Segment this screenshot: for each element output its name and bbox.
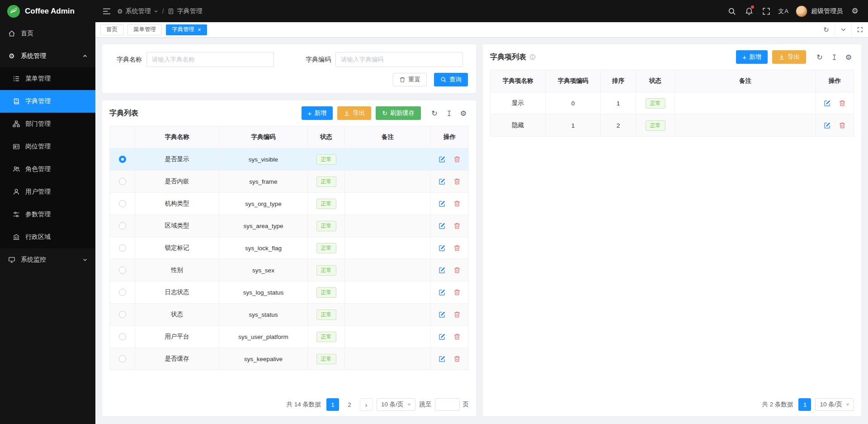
row-radio[interactable] bbox=[119, 244, 126, 252]
next-page-button[interactable]: › bbox=[360, 398, 373, 411]
table-row[interactable]: 状态 sys_status 正常 bbox=[110, 304, 469, 326]
delete-icon[interactable] bbox=[453, 355, 461, 362]
fullscreen-button[interactable] bbox=[758, 0, 775, 22]
row-radio[interactable] bbox=[119, 333, 126, 340]
settings-button[interactable]: ⚙ bbox=[846, 0, 863, 22]
content-fullscreen-button[interactable] bbox=[851, 22, 868, 37]
edit-icon[interactable] bbox=[439, 311, 446, 318]
table-row[interactable]: 隐藏 1 2 正常 bbox=[491, 114, 854, 137]
refresh-table-button[interactable]: ↻ bbox=[429, 108, 440, 119]
table-row[interactable]: 锁定标记 sys_lock_flag 正常 bbox=[110, 237, 469, 259]
edit-icon[interactable] bbox=[439, 355, 446, 362]
delete-icon[interactable] bbox=[839, 100, 846, 107]
translate-button[interactable]: 文A bbox=[775, 0, 792, 22]
page-button-1[interactable]: 1 bbox=[326, 398, 339, 411]
edit-icon[interactable] bbox=[439, 244, 446, 252]
edit-icon[interactable] bbox=[439, 333, 446, 340]
add-dict-button[interactable]: + 新增 bbox=[302, 106, 333, 120]
delete-icon[interactable] bbox=[453, 289, 461, 296]
row-radio[interactable] bbox=[119, 355, 126, 362]
edit-icon[interactable] bbox=[439, 156, 446, 163]
app-logo[interactable]: Coffee Admin bbox=[0, 0, 95, 22]
table-row[interactable]: 是否内嵌 sys_frame 正常 bbox=[110, 171, 469, 193]
breadcrumb-system-management[interactable]: ⚙ 系统管理 bbox=[117, 7, 158, 15]
collapse-sidebar-button[interactable] bbox=[98, 0, 115, 22]
delete-icon[interactable] bbox=[453, 311, 461, 318]
refresh-tabs-button[interactable]: ↻ bbox=[818, 22, 835, 37]
cell-remark bbox=[345, 326, 431, 348]
sidebar-item-param-management[interactable]: 参数管理 bbox=[0, 203, 95, 226]
edit-icon[interactable] bbox=[439, 200, 446, 207]
tab-dict-management[interactable]: 字典管理 × bbox=[166, 24, 207, 35]
sidebar-item-role-management[interactable]: 角色管理 bbox=[0, 158, 95, 181]
edit-icon[interactable] bbox=[439, 222, 446, 229]
delete-icon[interactable] bbox=[453, 222, 461, 229]
table-settings-button[interactable]: ⚙ bbox=[458, 108, 469, 119]
sidebar-item-dept-management[interactable]: 部门管理 bbox=[0, 113, 95, 135]
export-dict-button[interactable]: 导出 bbox=[337, 106, 371, 120]
page-button-2[interactable]: 2 bbox=[343, 398, 356, 411]
row-radio[interactable] bbox=[119, 267, 126, 274]
refresh-cache-button[interactable]: ↻ 刷新缓存 bbox=[376, 106, 421, 120]
table-row[interactable]: 日志状态 sys_log_status 正常 bbox=[110, 281, 469, 304]
tab-menu-management[interactable]: 菜单管理 bbox=[127, 24, 162, 35]
row-radio[interactable] bbox=[119, 200, 126, 207]
delete-icon[interactable] bbox=[839, 122, 846, 129]
query-button[interactable]: 查询 bbox=[434, 73, 468, 86]
refresh-cache-label: 刷新缓存 bbox=[390, 109, 415, 117]
page-size-select[interactable]: 10 条/页 bbox=[815, 398, 854, 411]
delete-icon[interactable] bbox=[453, 200, 461, 207]
dict-code-input[interactable] bbox=[335, 52, 463, 67]
table-row[interactable]: 用户平台 sys_user_platform 正常 bbox=[110, 326, 469, 348]
sidebar-item-system-monitor[interactable]: 系统监控 bbox=[0, 248, 95, 271]
row-radio[interactable] bbox=[119, 178, 126, 185]
table-row[interactable]: 是否显示 sys_visible 正常 bbox=[110, 148, 469, 171]
table-row[interactable]: 显示 0 1 正常 bbox=[491, 92, 854, 114]
delete-icon[interactable] bbox=[453, 267, 461, 274]
breadcrumb-dict-management[interactable]: 字典管理 bbox=[168, 7, 202, 15]
table-row[interactable]: 是否缓存 sys_keepalive 正常 bbox=[110, 348, 469, 370]
edit-icon[interactable] bbox=[439, 289, 446, 296]
sidebar-item-user-management[interactable]: 用户管理 bbox=[0, 181, 95, 203]
table-row[interactable]: 区域类型 sys_area_type 正常 bbox=[110, 215, 469, 237]
sidebar-item-post-management[interactable]: 岗位管理 bbox=[0, 135, 95, 158]
sidebar-item-home[interactable]: 首页 bbox=[0, 22, 95, 45]
row-radio[interactable] bbox=[119, 222, 126, 229]
user-menu[interactable]: 超级管理员 bbox=[792, 5, 846, 17]
reset-button[interactable]: 重置 bbox=[393, 73, 427, 86]
sidebar-item-system-management[interactable]: ⚙ 系统管理 bbox=[0, 45, 95, 67]
sidebar-item-dict-management[interactable]: 字典管理 bbox=[0, 90, 95, 113]
table-settings-button[interactable]: ⚙ bbox=[843, 52, 854, 62]
dict-name-input[interactable] bbox=[146, 52, 274, 67]
delete-icon[interactable] bbox=[453, 244, 461, 252]
edit-icon[interactable] bbox=[439, 267, 446, 274]
gear-icon: ⚙ bbox=[8, 52, 16, 60]
edit-icon[interactable] bbox=[439, 178, 446, 185]
row-radio[interactable] bbox=[119, 289, 126, 296]
row-radio[interactable] bbox=[119, 156, 126, 163]
add-dict-item-button[interactable]: + 新增 bbox=[736, 50, 768, 64]
tab-home[interactable]: 首页 bbox=[100, 24, 123, 35]
delete-icon[interactable] bbox=[453, 156, 461, 163]
edit-icon[interactable] bbox=[824, 122, 831, 129]
refresh-table-button[interactable]: ↻ bbox=[814, 52, 825, 62]
table-row[interactable]: 性别 sys_sex 正常 bbox=[110, 259, 469, 281]
jump-page-input[interactable] bbox=[435, 398, 460, 411]
cell-dict-name: 用户平台 bbox=[135, 326, 219, 348]
sidebar-item-menu-management[interactable]: 菜单管理 bbox=[0, 67, 95, 90]
table-density-button[interactable] bbox=[443, 108, 454, 119]
page-size-select[interactable]: 10 条/页 bbox=[377, 398, 415, 411]
table-density-button[interactable] bbox=[829, 52, 840, 62]
row-radio[interactable] bbox=[119, 311, 126, 318]
close-icon[interactable]: × bbox=[198, 27, 201, 33]
page-button-1[interactable]: 1 bbox=[798, 398, 811, 411]
export-dict-item-button[interactable]: 导出 bbox=[772, 50, 806, 64]
table-row[interactable]: 机构类型 sys_org_type 正常 bbox=[110, 193, 469, 215]
tab-options-button[interactable] bbox=[835, 22, 851, 37]
search-button[interactable] bbox=[723, 0, 741, 22]
delete-icon[interactable] bbox=[453, 178, 461, 185]
edit-icon[interactable] bbox=[824, 100, 831, 107]
delete-icon[interactable] bbox=[453, 333, 461, 340]
notifications-button[interactable] bbox=[741, 0, 758, 22]
sidebar-item-admin-region[interactable]: 行政区域 bbox=[0, 226, 95, 248]
